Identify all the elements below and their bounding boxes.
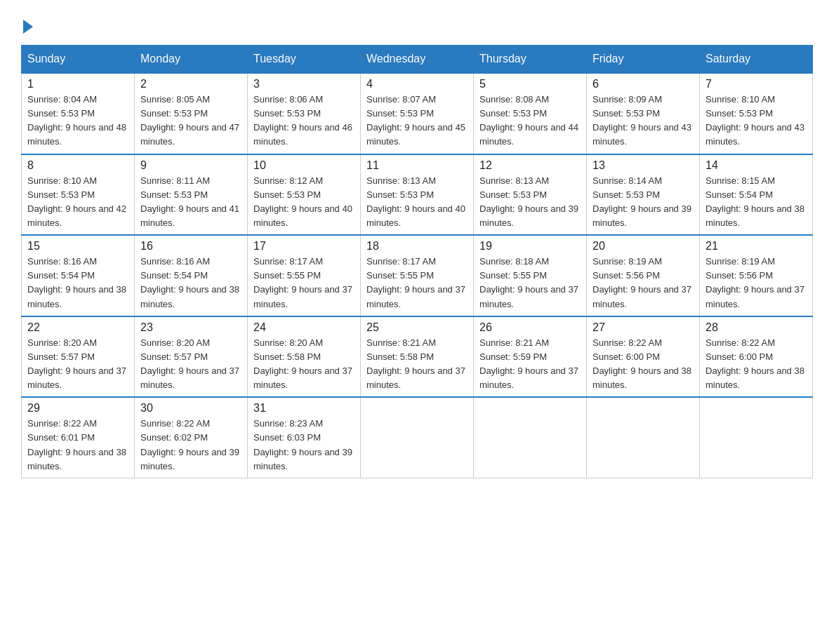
day-info: Sunrise: 8:11 AMSunset: 5:53 PMDaylight:…: [140, 174, 241, 231]
calendar-day-cell: 24Sunrise: 8:20 AMSunset: 5:58 PMDayligh…: [248, 316, 361, 398]
day-info: Sunrise: 8:22 AMSunset: 6:02 PMDaylight:…: [140, 417, 241, 474]
day-info: Sunrise: 8:13 AMSunset: 5:53 PMDaylight:…: [366, 174, 468, 231]
day-number: 5: [479, 78, 581, 90]
calendar-day-cell: 27Sunrise: 8:22 AMSunset: 6:00 PMDayligh…: [587, 316, 700, 398]
calendar-day-cell: 7Sunrise: 8:10 AMSunset: 5:53 PMDaylight…: [700, 73, 813, 154]
calendar-day-cell: 17Sunrise: 8:17 AMSunset: 5:55 PMDayligh…: [248, 235, 361, 316]
day-number: 18: [366, 240, 468, 253]
day-info: Sunrise: 8:21 AMSunset: 5:58 PMDaylight:…: [366, 336, 468, 393]
calendar-day-cell: 25Sunrise: 8:21 AMSunset: 5:58 PMDayligh…: [361, 316, 474, 398]
calendar-day-cell: 23Sunrise: 8:20 AMSunset: 5:57 PMDayligh…: [135, 316, 248, 398]
day-number: 3: [253, 78, 355, 90]
calendar-day-cell: 30Sunrise: 8:22 AMSunset: 6:02 PMDayligh…: [135, 397, 248, 478]
day-info: Sunrise: 8:10 AMSunset: 5:53 PMDaylight:…: [706, 93, 807, 149]
day-number: 7: [706, 78, 807, 90]
calendar-day-cell: 10Sunrise: 8:12 AMSunset: 5:53 PMDayligh…: [248, 154, 361, 236]
calendar-day-cell: 13Sunrise: 8:14 AMSunset: 5:53 PMDayligh…: [587, 154, 700, 236]
day-info: Sunrise: 8:19 AMSunset: 5:56 PMDaylight:…: [706, 255, 807, 311]
calendar-week-row: 15Sunrise: 8:16 AMSunset: 5:54 PMDayligh…: [22, 235, 813, 316]
day-number: 22: [27, 321, 128, 334]
calendar-day-cell: 26Sunrise: 8:21 AMSunset: 5:59 PMDayligh…: [474, 316, 587, 398]
calendar-day-cell: 31Sunrise: 8:23 AMSunset: 6:03 PMDayligh…: [248, 397, 361, 478]
day-number: 16: [140, 240, 241, 253]
day-number: 10: [253, 159, 355, 172]
calendar-header: SundayMondayTuesdayWednesdayThursdayFrid…: [22, 46, 813, 74]
day-info: Sunrise: 8:20 AMSunset: 5:57 PMDaylight:…: [27, 336, 128, 393]
day-number: 27: [593, 321, 694, 334]
day-number: 1: [27, 78, 128, 90]
day-number: 11: [366, 159, 468, 172]
day-info: Sunrise: 8:06 AMSunset: 5:53 PMDaylight:…: [253, 93, 355, 149]
day-info: Sunrise: 8:07 AMSunset: 5:53 PMDaylight:…: [366, 93, 468, 149]
day-info: Sunrise: 8:12 AMSunset: 5:53 PMDaylight:…: [253, 174, 355, 231]
day-number: 25: [366, 321, 468, 334]
day-info: Sunrise: 8:22 AMSunset: 6:00 PMDaylight:…: [593, 336, 694, 393]
day-number: 30: [140, 402, 241, 415]
calendar-day-cell: 18Sunrise: 8:17 AMSunset: 5:55 PMDayligh…: [361, 235, 474, 316]
calendar-day-cell: 4Sunrise: 8:07 AMSunset: 5:53 PMDaylight…: [361, 73, 474, 154]
day-info: Sunrise: 8:04 AMSunset: 5:53 PMDaylight:…: [27, 93, 128, 149]
day-number: 26: [479, 321, 581, 334]
day-info: Sunrise: 8:21 AMSunset: 5:59 PMDaylight:…: [479, 336, 581, 393]
day-number: 20: [593, 240, 694, 253]
calendar-day-cell: 5Sunrise: 8:08 AMSunset: 5:53 PMDaylight…: [474, 73, 587, 154]
day-info: Sunrise: 8:20 AMSunset: 5:58 PMDaylight:…: [253, 336, 355, 393]
day-info: Sunrise: 8:23 AMSunset: 6:03 PMDaylight:…: [253, 417, 355, 474]
calendar-day-cell: [474, 397, 587, 478]
calendar-day-cell: 6Sunrise: 8:09 AMSunset: 5:53 PMDaylight…: [587, 73, 700, 154]
day-info: Sunrise: 8:16 AMSunset: 5:54 PMDaylight:…: [27, 255, 128, 311]
calendar-day-cell: 14Sunrise: 8:15 AMSunset: 5:54 PMDayligh…: [700, 154, 813, 236]
header-row: SundayMondayTuesdayWednesdayThursdayFrid…: [22, 46, 813, 74]
header-day-friday: Friday: [587, 46, 700, 74]
day-number: 17: [253, 240, 355, 253]
day-number: 21: [706, 240, 807, 253]
calendar-day-cell: 16Sunrise: 8:16 AMSunset: 5:54 PMDayligh…: [135, 235, 248, 316]
day-info: Sunrise: 8:08 AMSunset: 5:53 PMDaylight:…: [479, 93, 581, 149]
day-number: 9: [140, 159, 241, 172]
header-day-wednesday: Wednesday: [361, 46, 474, 74]
day-number: 24: [253, 321, 355, 334]
day-info: Sunrise: 8:20 AMSunset: 5:57 PMDaylight:…: [140, 336, 241, 393]
day-info: Sunrise: 8:19 AMSunset: 5:56 PMDaylight:…: [593, 255, 694, 311]
day-info: Sunrise: 8:15 AMSunset: 5:54 PMDaylight:…: [706, 174, 807, 231]
day-number: 19: [479, 240, 581, 253]
day-number: 12: [479, 159, 581, 172]
calendar-day-cell: [700, 397, 813, 478]
day-number: 29: [27, 402, 128, 415]
calendar-day-cell: [361, 397, 474, 478]
day-info: Sunrise: 8:10 AMSunset: 5:53 PMDaylight:…: [27, 174, 128, 231]
calendar-day-cell: 8Sunrise: 8:10 AMSunset: 5:53 PMDaylight…: [22, 154, 135, 236]
day-info: Sunrise: 8:16 AMSunset: 5:54 PMDaylight:…: [140, 255, 241, 311]
day-number: 6: [593, 78, 694, 90]
day-number: 23: [140, 321, 241, 334]
calendar-day-cell: 28Sunrise: 8:22 AMSunset: 6:00 PMDayligh…: [700, 316, 813, 398]
calendar-day-cell: 20Sunrise: 8:19 AMSunset: 5:56 PMDayligh…: [587, 235, 700, 316]
calendar-day-cell: 19Sunrise: 8:18 AMSunset: 5:55 PMDayligh…: [474, 235, 587, 316]
calendar-day-cell: 15Sunrise: 8:16 AMSunset: 5:54 PMDayligh…: [22, 235, 135, 316]
calendar-day-cell: 12Sunrise: 8:13 AMSunset: 5:53 PMDayligh…: [474, 154, 587, 236]
calendar-week-row: 8Sunrise: 8:10 AMSunset: 5:53 PMDaylight…: [22, 154, 813, 236]
day-number: 8: [27, 159, 128, 172]
calendar-table: SundayMondayTuesdayWednesdayThursdayFrid…: [21, 45, 813, 478]
calendar-week-row: 29Sunrise: 8:22 AMSunset: 6:01 PMDayligh…: [22, 397, 813, 478]
page-header: [21, 14, 813, 32]
day-info: Sunrise: 8:17 AMSunset: 5:55 PMDaylight:…: [366, 255, 468, 311]
calendar-day-cell: 2Sunrise: 8:05 AMSunset: 5:53 PMDaylight…: [135, 73, 248, 154]
day-number: 4: [366, 78, 468, 90]
day-number: 31: [253, 402, 355, 415]
day-info: Sunrise: 8:13 AMSunset: 5:53 PMDaylight:…: [479, 174, 581, 231]
calendar-day-cell: 1Sunrise: 8:04 AMSunset: 5:53 PMDaylight…: [22, 73, 135, 154]
calendar-week-row: 22Sunrise: 8:20 AMSunset: 5:57 PMDayligh…: [22, 316, 813, 398]
day-number: 28: [706, 321, 807, 334]
day-info: Sunrise: 8:22 AMSunset: 6:01 PMDaylight:…: [27, 417, 128, 474]
calendar-week-row: 1Sunrise: 8:04 AMSunset: 5:53 PMDaylight…: [22, 73, 813, 154]
calendar-day-cell: 21Sunrise: 8:19 AMSunset: 5:56 PMDayligh…: [700, 235, 813, 316]
header-day-tuesday: Tuesday: [248, 46, 361, 74]
calendar-day-cell: 3Sunrise: 8:06 AMSunset: 5:53 PMDaylight…: [248, 73, 361, 154]
day-number: 14: [706, 159, 807, 172]
day-number: 15: [27, 240, 128, 253]
day-info: Sunrise: 8:17 AMSunset: 5:55 PMDaylight:…: [253, 255, 355, 311]
day-info: Sunrise: 8:14 AMSunset: 5:53 PMDaylight:…: [593, 174, 694, 231]
header-day-saturday: Saturday: [700, 46, 813, 74]
header-day-thursday: Thursday: [474, 46, 587, 74]
